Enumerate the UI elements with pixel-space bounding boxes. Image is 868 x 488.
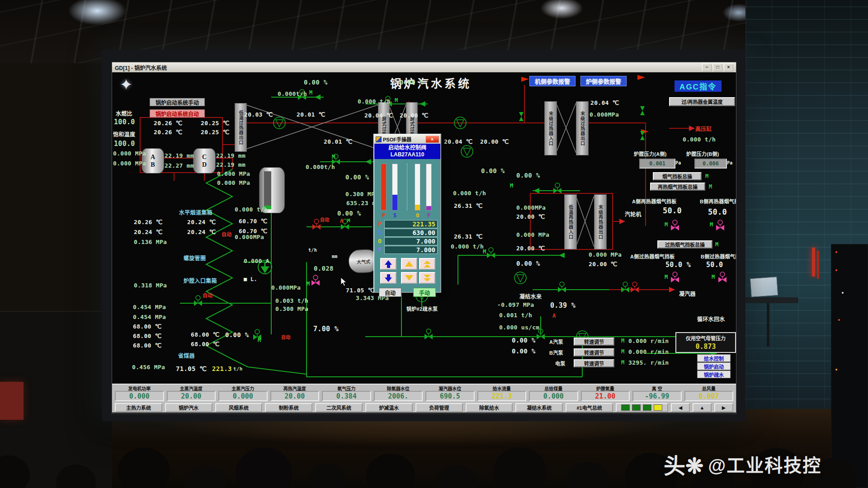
metric-value: 2006. [374, 391, 423, 401]
fast-down-button[interactable] [419, 272, 435, 284]
fast-up-button[interactable] [419, 258, 435, 270]
value-row-F: F7.000 [377, 245, 438, 254]
superheat-flue-damper-master-button[interactable]: 过热烟气挡板总操 [657, 240, 712, 249]
reading: 20.04 ℃ [590, 99, 619, 106]
step-down-button[interactable] [401, 272, 417, 284]
reading: 0.00 % [512, 337, 535, 344]
metric-value: 0.000 [115, 391, 164, 401]
open-button[interactable] [380, 258, 396, 270]
screen-tab[interactable]: 主热力系统 [115, 403, 162, 412]
screen-tab[interactable]: 制粉系统 [265, 403, 312, 412]
reading: 0.00 % [516, 172, 540, 179]
double-down-icon [424, 274, 431, 282]
metric: 发电机功率0.000 [115, 385, 164, 402]
row-label: F [377, 246, 382, 253]
indicator-lamp [643, 404, 651, 411]
laptop [750, 277, 778, 297]
machine-side-alarm-button[interactable]: 机侧参数报警 [529, 76, 576, 86]
reading: 0.000 A [244, 258, 269, 264]
screen-tab[interactable]: #1电气总统 [566, 403, 613, 412]
reading: M [710, 221, 713, 228]
speed-adjust-a-button[interactable]: 转速调节 [574, 338, 614, 346]
dialog-close-button[interactable]: × [425, 136, 439, 143]
metric-value: 0.000 [529, 391, 578, 401]
reading: M [705, 173, 709, 179]
reading: 水燃比 [116, 109, 132, 117]
manual-mode-button[interactable]: 手动 [413, 288, 436, 297]
reading: 0.000MPa [516, 204, 546, 211]
metric: 再热汽温度20.00 [270, 385, 320, 402]
reading: 水平烟道集箱 [179, 208, 212, 216]
reading: 26.31 ℃ [454, 202, 483, 209]
screen-tab[interactable]: 炉减温水 [365, 403, 413, 412]
reading: 0.003 t/h [275, 297, 308, 304]
reading: M [258, 337, 261, 343]
heat-exchanger: 末级过热器出口 [576, 101, 589, 155]
heat-exchanger: 末级再热器出口 [594, 194, 607, 249]
window-titlebar[interactable]: GD[1] - 锅炉汽水系统 – □ × [112, 62, 736, 72]
boiler-drain-button[interactable]: 锅炉疏水 [697, 371, 731, 378]
minimize-button[interactable]: – [702, 64, 712, 71]
reading: mm [332, 254, 338, 259]
reading: 0.00 % [337, 210, 361, 217]
screen-tab[interactable]: 凝结水系统 [515, 403, 563, 412]
auto-mode-button[interactable]: 自动 [379, 288, 401, 297]
screen-tab[interactable]: 负荷管理 [415, 403, 463, 412]
metric-value: -96.99 [632, 391, 682, 401]
reading: 螺旋管圈 [184, 254, 206, 262]
reading: 0.300 MPa [275, 305, 308, 312]
reading: 100.0 [114, 140, 135, 148]
boiler-start-button[interactable]: 锅炉启动 [697, 362, 731, 370]
reading: 20.04 ℃ [364, 112, 393, 119]
red-road-case [0, 382, 24, 420]
speed-adjust-e-button[interactable]: 转速调节 [574, 359, 614, 367]
close-button[interactable]: × [724, 64, 733, 71]
screen-tab[interactable]: 除氧给水 [466, 403, 513, 412]
feedwater-control-button[interactable]: 给水控制 [697, 354, 731, 362]
reading: 0.000 MPa [217, 170, 250, 177]
restore-button[interactable]: □ [713, 64, 722, 71]
nav-up-button[interactable]: ▲ [693, 403, 712, 412]
reading: 20.01 ℃ [324, 138, 353, 145]
reading: 22.19 mm [165, 152, 194, 159]
reading: 20.03 ℃ [244, 111, 273, 118]
reading: M [347, 218, 350, 224]
metric-value: 221.3 [477, 391, 527, 401]
reading: M [621, 359, 625, 366]
instrument-air-pressure-box: 仪用空气母管压力 0.873 [675, 332, 736, 353]
nav-forward-button[interactable]: ▶ [714, 403, 733, 412]
boiler-start-auto-button[interactable]: 锅炉启动系统自动 [150, 109, 205, 117]
reheat-flue-damper-master-button[interactable]: 再热烟气挡板总操 [650, 183, 705, 191]
metal-temp-button[interactable]: 过/再热器金属温度 [669, 97, 735, 106]
bar-fill [381, 164, 386, 210]
screen-tab[interactable]: 二次风系统 [315, 403, 363, 412]
furnace-side-alarm-button[interactable]: 炉侧参数报警 [580, 76, 627, 86]
reading: 凝结水来 [519, 292, 542, 300]
dialog-titlebar[interactable]: PSOF手操器 × [374, 135, 440, 144]
reading: 0.001 t/h [499, 312, 532, 319]
reading: 100.0 [114, 118, 135, 126]
screen-tab[interactable]: 风烟系统 [215, 403, 263, 412]
speed-adjust-b-button[interactable]: 转速调节 [574, 348, 614, 357]
reading: 71.05 ℃ [176, 365, 207, 372]
metric: 真 空-96.99 [632, 385, 682, 402]
nav-back-button[interactable]: ◀ [671, 403, 690, 412]
agc-command-button[interactable]: AGC指令 [675, 80, 722, 92]
pressure-inset-value: 0.001 [639, 159, 675, 169]
boiler-start-manual-button[interactable]: 锅炉启动系统手动 [150, 98, 205, 106]
flue-damper-master-button[interactable]: 烟气挡板总操 [653, 172, 702, 180]
metric-label: 给水流量 [493, 385, 511, 391]
metric: 给水流量221.3 [477, 385, 527, 402]
bar-track-S [392, 164, 398, 211]
reading: 20.25 ℃ [201, 129, 230, 136]
dialog-title: PSOF手操器 [383, 136, 424, 143]
indicator-lamp [654, 404, 662, 411]
reading: 22.19 mm [216, 161, 245, 168]
reading: 22.27 mm [165, 162, 194, 169]
reading: B侧再热器烟气挡板 [700, 197, 736, 205]
step-up-button[interactable] [401, 258, 417, 270]
reading: 炉膛入口集箱 [184, 277, 217, 284]
bar-label: O [414, 212, 421, 219]
close-valve-button[interactable] [380, 272, 396, 284]
screen-tab[interactable]: 锅炉汽水 [165, 403, 212, 412]
